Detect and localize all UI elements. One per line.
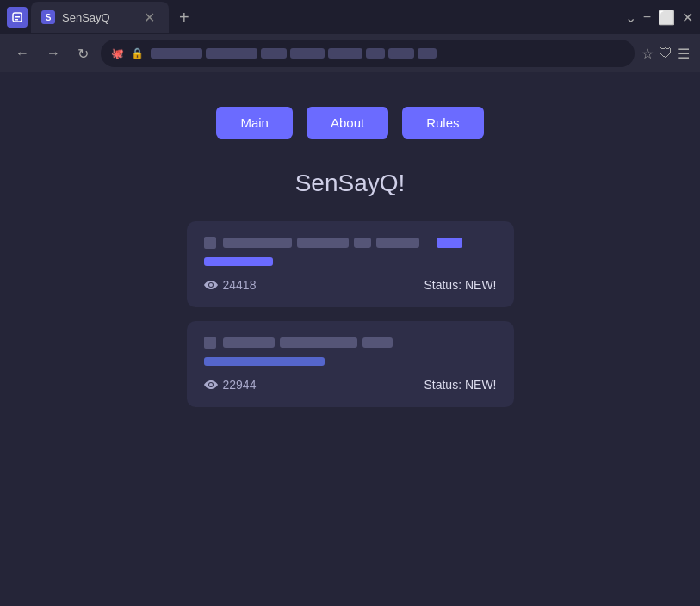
page-content: Main About Rules SenSayQ! [0, 72, 700, 606]
card-2[interactable]: 22944 Status: NEW! [187, 321, 514, 407]
lock-icon: 🔒 [131, 47, 144, 59]
tab-favicon: S [41, 10, 55, 24]
reload-button[interactable]: ↻ [72, 42, 94, 65]
eye-icon-2 [204, 378, 218, 392]
active-tab[interactable]: S SenSayQ ✕ [31, 2, 169, 33]
cards-container: 24418 Status: NEW! [187, 221, 514, 407]
card-1-footer: 24418 Status: NEW! [204, 278, 497, 292]
card-1-subtitle [204, 257, 273, 266]
card-2-footer: 22944 Status: NEW! [204, 378, 497, 392]
tab-list-chevron-icon[interactable]: ⌄ [625, 9, 636, 26]
card-1-icon [204, 237, 216, 249]
card-2-status-value: NEW! [465, 378, 497, 392]
address-bar[interactable]: 🐙 🔒 [101, 40, 635, 67]
card-1-views: 24418 [204, 278, 257, 292]
card-1-status: Status: NEW! [424, 278, 496, 292]
rules-button[interactable]: Rules [402, 107, 483, 139]
card-1[interactable]: 24418 Status: NEW! [187, 221, 514, 307]
extension-icon[interactable] [7, 7, 28, 28]
card-1-view-count: 24418 [223, 278, 257, 292]
extensions-icon: 🐙 [111, 47, 124, 59]
card-2-title-blocks [223, 337, 497, 348]
card-2-subtitle [204, 357, 325, 366]
minimize-button[interactable]: − [643, 9, 651, 25]
nav-buttons: Main About Rules [216, 107, 483, 139]
svg-rect-2 [15, 19, 18, 21]
close-window-button[interactable]: ✕ [682, 9, 693, 26]
tab-bar: S SenSayQ ✕ + ⌄ − ⬜ ✕ [0, 0, 700, 34]
tab-title: SenSayQ [62, 11, 133, 24]
svg-rect-1 [15, 16, 20, 18]
card-2-status-label: Status: [424, 378, 462, 392]
card-1-status-value: NEW! [465, 278, 497, 292]
card-2-views: 22944 [204, 378, 257, 392]
about-button[interactable]: About [307, 107, 388, 139]
tab-right-controls: ⌄ − ⬜ ✕ [625, 9, 693, 26]
card-2-title-row [204, 337, 497, 349]
page-title: SenSayQ! [295, 170, 406, 197]
main-button[interactable]: Main [216, 107, 293, 139]
bookmark-star-icon[interactable]: ☆ [641, 46, 654, 62]
tab-close-button[interactable]: ✕ [140, 8, 158, 28]
navigation-bar: ← → ↻ 🐙 🔒 ☆ 🛡 ☰ [0, 34, 700, 72]
shield-icon[interactable]: 🛡 [659, 46, 672, 61]
new-tab-button[interactable]: + [172, 8, 196, 28]
eye-icon-1 [204, 278, 218, 292]
card-1-title-row [204, 237, 497, 249]
back-button[interactable]: ← [10, 42, 34, 65]
card-1-status-label: Status: [424, 278, 462, 292]
maximize-button[interactable]: ⬜ [658, 9, 675, 26]
card-2-icon [204, 337, 216, 349]
url-display [151, 48, 437, 59]
forward-button[interactable]: → [41, 42, 65, 65]
card-1-title-blocks [223, 238, 497, 248]
browser-chrome: S SenSayQ ✕ + ⌄ − ⬜ ✕ ← → ↻ 🐙 🔒 [0, 0, 700, 72]
card-2-status: Status: NEW! [424, 378, 496, 392]
nav-right-icons: ☆ 🛡 ☰ [641, 46, 690, 62]
menu-icon[interactable]: ☰ [678, 46, 690, 62]
card-2-view-count: 22944 [223, 378, 257, 392]
